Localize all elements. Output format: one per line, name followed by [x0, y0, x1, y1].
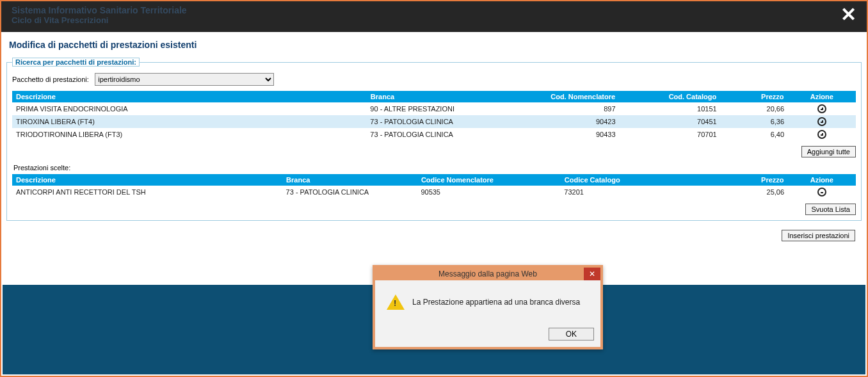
cell-codice-catalogo: 73201 — [560, 186, 703, 198]
cell-azione — [788, 115, 855, 128]
available-button-row: Aggiungi tutte — [12, 146, 856, 157]
available-header-row: Descrizione Branca Cod. Nomenclatore Cod… — [12, 91, 856, 102]
cell-cod-catalogo: 70451 — [620, 115, 721, 128]
warning-icon — [387, 294, 405, 310]
app-subtitle: Ciclo di Vita Prescrizioni — [12, 15, 856, 25]
dialog-title-text: Messaggio dalla pagina Web — [438, 269, 537, 278]
add-all-button[interactable]: Aggiungi tutte — [801, 146, 856, 157]
cell-cod-catalogo: 10151 — [620, 102, 721, 115]
cell-descrizione: TIROXINA LIBERA (FT4) — [12, 115, 366, 128]
package-select[interactable]: ipertiroidismo — [95, 73, 274, 86]
cell-azione — [788, 128, 855, 141]
app-title: Sistema Informativo Sanitario Territoria… — [12, 5, 856, 15]
close-icon[interactable]: ✕ — [840, 5, 856, 24]
page-title: Modifica di pacchetti di prestazioni esi… — [9, 40, 862, 50]
col-prezzo: Prezzo — [703, 174, 788, 186]
selected-button-row: Svuota Lista — [12, 204, 856, 215]
search-legend: Ricerca per pacchetti di prestazioni: — [12, 58, 140, 67]
col-codice-nomenclatore: Codice Nomenclatore — [417, 174, 560, 186]
cell-prezzo: 6,36 — [721, 115, 788, 128]
add-icon[interactable] — [817, 117, 826, 126]
col-prezzo: Prezzo — [721, 91, 788, 102]
table-row: ANTICORPI ANTI RECETTORI DEL TSH 73 - PA… — [12, 186, 856, 198]
package-filter-row: Pacchetto di prestazioni: ipertiroidismo — [12, 73, 856, 86]
col-cod-catalogo: Cod. Catalogo — [620, 91, 721, 102]
cell-prezzo: 6,40 — [721, 128, 788, 141]
main-content: Modifica di pacchetti di prestazioni esi… — [1, 32, 867, 257]
cell-descrizione: ANTICORPI ANTI RECETTORI DEL TSH — [12, 186, 282, 198]
cell-azione — [788, 102, 855, 115]
add-icon[interactable] — [817, 130, 826, 139]
col-azione: Azione — [788, 174, 855, 186]
cell-codice-nomenclatore: 90535 — [417, 186, 560, 198]
cell-cod-catalogo: 70701 — [620, 128, 721, 141]
col-codice-catalogo: Codice Catalogo — [560, 174, 703, 186]
clear-list-button[interactable]: Svuota Lista — [805, 204, 856, 215]
dialog-close-button[interactable]: ✕ — [584, 268, 600, 280]
cell-prezzo: 20,66 — [721, 102, 788, 115]
search-fieldset: Ricerca per pacchetti di prestazioni: Pa… — [6, 58, 862, 221]
cell-cod-nomenclatore: 90423 — [518, 115, 620, 128]
selected-table: Descrizione Branca Codice Nomenclatore C… — [12, 174, 856, 198]
dialog-body: La Prestazione appartiena ad una branca … — [375, 280, 600, 324]
cell-branca: 73 - PATOLOGIA CLINICA — [366, 115, 518, 128]
cell-descrizione: PRIMA VISITA ENDOCRINOLOGIA — [12, 102, 366, 115]
col-branca: Branca — [366, 91, 518, 102]
selected-header-row: Descrizione Branca Codice Nomenclatore C… — [12, 174, 856, 186]
table-row: TIROXINA LIBERA (FT4) 73 - PATOLOGIA CLI… — [12, 115, 856, 128]
cell-branca: 73 - PATOLOGIA CLINICA — [366, 128, 518, 141]
cell-cod-nomenclatore: 90433 — [518, 128, 620, 141]
cell-branca: 90 - ALTRE PRESTAZIONI — [366, 102, 518, 115]
cell-azione — [788, 186, 855, 198]
col-descrizione: Descrizione — [12, 174, 282, 186]
col-cod-nomenclatore: Cod. Nomenclatore — [518, 91, 620, 102]
col-descrizione: Descrizione — [12, 91, 366, 102]
dialog-ok-button[interactable]: OK — [549, 328, 594, 341]
col-azione: Azione — [788, 91, 855, 102]
table-row: PRIMA VISITA ENDOCRINOLOGIA 90 - ALTRE P… — [12, 102, 856, 115]
insert-button[interactable]: Inserisci prestazioni — [782, 230, 855, 241]
add-icon[interactable] — [817, 104, 826, 113]
table-row: TRIODOTIRONINA LIBERA (FT3) 73 - PATOLOG… — [12, 128, 856, 141]
dialog-button-row: OK — [375, 324, 600, 347]
selected-label: Prestazioni scelte: — [13, 164, 856, 172]
app-header: Sistema Informativo Sanitario Territoria… — [1, 1, 867, 32]
dialog-title-bar: Messaggio dalla pagina Web ✕ — [375, 268, 600, 280]
available-table: Descrizione Branca Cod. Nomenclatore Cod… — [12, 91, 856, 141]
alert-dialog: Messaggio dalla pagina Web ✕ La Prestazi… — [373, 265, 603, 349]
cell-descrizione: TRIODOTIRONINA LIBERA (FT3) — [12, 128, 366, 141]
remove-icon[interactable] — [817, 188, 826, 197]
cell-cod-nomenclatore: 897 — [518, 102, 620, 115]
cell-branca: 73 - PATOLOGIA CLINICA — [282, 186, 417, 198]
cell-prezzo: 25,06 — [703, 186, 788, 198]
package-label: Pacchetto di prestazioni: — [12, 76, 89, 83]
col-branca: Branca — [282, 174, 417, 186]
page-actions: Inserisci prestazioni — [6, 227, 862, 250]
dialog-message: La Prestazione appartiena ad una branca … — [412, 298, 580, 307]
